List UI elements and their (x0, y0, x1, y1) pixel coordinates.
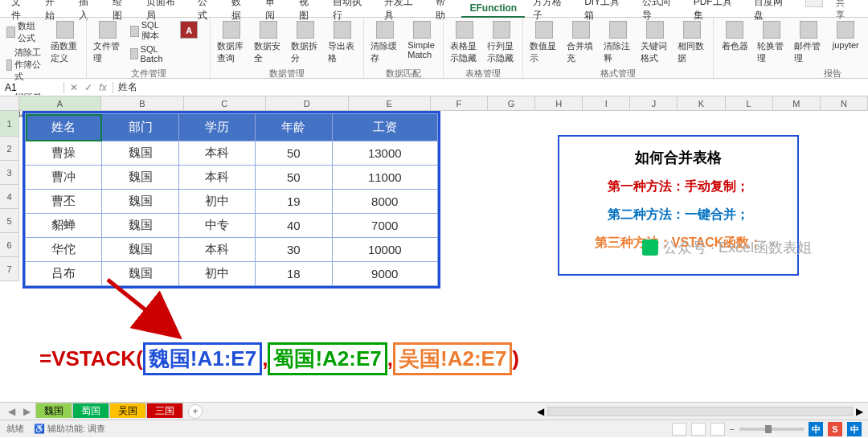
func-redef-button[interactable]: 函数重定义 (49, 19, 81, 66)
rbtn-邮件管理[interactable]: 邮件管理 (792, 19, 825, 66)
rbtn-清除缓存[interactable]: 清除缓存 (369, 19, 401, 66)
colhead-D[interactable]: D (266, 96, 348, 110)
colhead-L[interactable]: L (726, 96, 773, 110)
colhead-C[interactable]: C (184, 96, 266, 110)
rbtn-jupyter[interactable]: jupyter (829, 19, 862, 51)
rbtn-数据库查询[interactable]: 数据库查询 (215, 19, 248, 66)
rbtn-清除注释[interactable]: 清除注释 (602, 19, 634, 66)
hscrollbar[interactable] (547, 407, 853, 416)
colhead-N[interactable]: N (821, 96, 868, 110)
clear-wb-formula-button[interactable]: 清除工作簿公式 (5, 46, 44, 84)
rbtn-着色器[interactable]: 着色器 (719, 19, 751, 54)
ime-2[interactable]: S (828, 422, 842, 436)
zoom-out[interactable]: − (730, 424, 735, 434)
rbtn-关键词格式[interactable]: 关键词格式 (639, 19, 671, 66)
rbtn-数据拆分[interactable]: 数据拆分 (289, 19, 321, 66)
rbtn-数值显示[interactable]: 数值显示 (528, 19, 560, 66)
enter-icon[interactable]: ✓ (82, 82, 95, 93)
colhead-J[interactable]: J (630, 96, 678, 110)
th-学历[interactable]: 学历 (178, 114, 255, 141)
group-data-mgmt: 数据库查询数据安全数据拆分导出表格 数据管理 (211, 18, 364, 78)
data-table: 姓名部门学历年龄工资曹操魏国本科5013000曹冲魏国本科5011000曹丕魏国… (23, 111, 440, 289)
group-formula-ops: 数组公式 清除工作簿公式 清除公式Batch 函数重定义 公式操作 (0, 18, 87, 78)
rbtn-导出表格[interactable]: 导出表格 (326, 19, 358, 66)
group-report: 着色器轮换管理邮件管理jupyter文本处理EFunction帮助 报告 (714, 18, 868, 78)
view-break[interactable] (710, 423, 725, 436)
formula-input[interactable]: 姓名 (113, 80, 868, 94)
access-button[interactable]: A (173, 19, 205, 42)
table-row[interactable]: 貂蝉魏国中专407000 (26, 214, 438, 238)
view-layout[interactable] (691, 423, 706, 436)
th-姓名[interactable]: 姓名 (26, 114, 102, 141)
cancel-icon[interactable]: ✕ (68, 82, 80, 93)
rowhead-7[interactable]: 7 (0, 257, 19, 281)
table-row[interactable]: 曹操魏国本科5013000 (26, 141, 438, 166)
cells-area[interactable]: 姓名部门学历年龄工资曹操魏国本科5013000曹冲魏国本科5011000曹丕魏国… (19, 111, 868, 281)
colhead-G[interactable]: G (488, 96, 535, 110)
rbtn-Simple Match[interactable]: Simple Match (406, 19, 438, 61)
table-row[interactable]: 吕布魏国初中189000 (26, 262, 438, 286)
file-mgmt-button[interactable]: 文件管理 (92, 19, 124, 66)
rowhead-5[interactable]: 5 (0, 209, 19, 233)
formula-bar: A1 ✕ ✓ fx 姓名 (0, 79, 868, 96)
colhead-A[interactable]: A (19, 96, 101, 110)
add-sheet-button[interactable]: + (188, 404, 203, 419)
rbtn-轮换管理[interactable]: 轮换管理 (755, 19, 788, 66)
colhead-H[interactable]: H (535, 96, 583, 110)
fx-icon[interactable]: fx (96, 82, 109, 93)
colhead-E[interactable]: E (349, 96, 431, 110)
sheet-tab-吴国[interactable]: 吴国 (109, 403, 146, 418)
status-accessibility[interactable]: ♿ 辅助功能: 调查 (34, 423, 105, 435)
rbtn-合并填充[interactable]: 合并填充 (565, 19, 597, 66)
array-formula-button[interactable]: 数组公式 (5, 19, 44, 45)
colhead-B[interactable]: B (101, 96, 183, 110)
sql-batch-button[interactable]: SQL Batch (129, 43, 168, 64)
sheet-nav-next[interactable]: ▶ (20, 406, 34, 417)
view-normal[interactable] (672, 423, 686, 436)
th-工资[interactable]: 工资 (332, 114, 438, 141)
colhead-M[interactable]: M (773, 96, 821, 110)
th-年龄[interactable]: 年龄 (256, 114, 332, 141)
rbtn-行列显示隐藏[interactable]: 行列显示隐藏 (485, 19, 518, 66)
watermark: 公众号 · Excel函数表姐 (642, 238, 812, 257)
sheet-nav-prev[interactable]: ◀ (5, 406, 18, 417)
ime-1[interactable]: 中 (809, 422, 823, 436)
table-row[interactable]: 华佗魏国本科3010000 (26, 238, 438, 262)
rowhead-6[interactable]: 6 (0, 233, 19, 257)
tab-EFunction[interactable]: EFunction (461, 0, 525, 18)
group-data-match: 清除缓存Simple Match 数据匹配 (364, 18, 444, 78)
column-headers: ABCDEFGHIJKLMN (0, 96, 868, 111)
zoom-slider[interactable] (739, 428, 804, 431)
name-box[interactable]: A1 (0, 82, 64, 93)
hscroll-left[interactable]: ◀ (537, 406, 544, 417)
rowhead-1[interactable]: 1 (0, 111, 19, 137)
hscroll-right[interactable]: ▶ (856, 406, 863, 417)
sheet-tab-三国[interactable]: 三国 (146, 403, 183, 418)
group-file-mgmt: 文件管理 SQL脚本 SQL Batch A 文件管理 (87, 18, 211, 78)
sheet-tab-魏国[interactable]: 魏国 (35, 403, 72, 418)
ribbon-tabs: 文件开始插入绘图页面布局公式数据审阅视图自动执行开发工具帮助EFunction方… (0, 0, 868, 18)
th-部门[interactable]: 部门 (102, 114, 178, 141)
select-all-corner[interactable] (0, 96, 19, 110)
info-title: 如何合并表格 (566, 148, 791, 167)
colhead-F[interactable]: F (431, 96, 488, 110)
rowhead-3[interactable]: 3 (0, 161, 19, 185)
sql-script-button[interactable]: SQL脚本 (129, 19, 168, 43)
formula-annotation: =VSTACK( 魏国!A1:E7 , 蜀国!A2:E7 , 吴国!A2:E7 … (39, 342, 519, 375)
rowhead-4[interactable]: 4 (0, 185, 19, 209)
ime-3[interactable]: 中 (847, 422, 862, 436)
ribbon-body: 数组公式 清除工作簿公式 清除公式Batch 函数重定义 公式操作 文件管理 S… (0, 18, 868, 79)
table-row[interactable]: 曹冲魏国本科5011000 (26, 166, 438, 190)
table-row[interactable]: 曹丕魏国初中198000 (26, 190, 438, 214)
grid-area: ABCDEFGHIJKLMN 1234567 姓名部门学历年龄工资曹操魏国本科5… (0, 96, 868, 402)
rbtn-数据安全[interactable]: 数据安全 (252, 19, 285, 66)
rbtn-表格显示隐藏[interactable]: 表格显示隐藏 (448, 19, 481, 66)
rowhead-2[interactable]: 2 (0, 137, 19, 161)
sheet-tab-蜀国[interactable]: 蜀国 (72, 403, 109, 418)
colhead-I[interactable]: I (583, 96, 630, 110)
info-line-1: 第一种方法：手动复制； (566, 178, 791, 195)
comments-icon[interactable] (805, 0, 823, 7)
colhead-K[interactable]: K (678, 96, 725, 110)
rbtn-相同数据[interactable]: 相同数据 (676, 19, 708, 66)
status-bar: 就绪 ♿ 辅助功能: 调查 − 中 S 中 (0, 420, 868, 437)
